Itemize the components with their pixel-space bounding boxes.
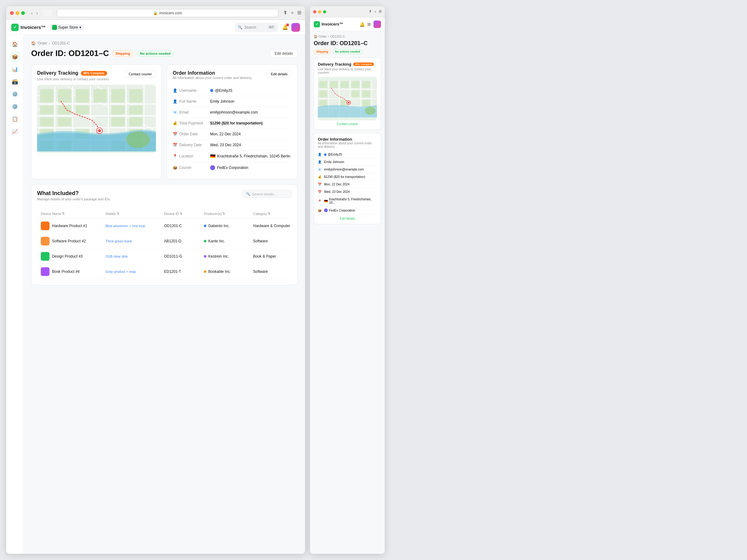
producer-dot-4 xyxy=(204,270,206,273)
header-icons: 🔔 xyxy=(282,23,300,32)
breadcrumb: 🏠 Order › OD1201-C xyxy=(31,41,298,46)
category-cell-3: Book & Paper xyxy=(253,254,303,259)
side-delivery-map xyxy=(318,77,377,121)
details-cell-1: Blue aluminum + one loop xyxy=(105,224,161,228)
breadcrumb-parent[interactable]: Order xyxy=(38,41,47,46)
minimize-button[interactable] xyxy=(16,11,19,15)
calendar-icon: 📅 xyxy=(173,132,177,136)
sidebar-item-reports[interactable]: 📋 xyxy=(9,113,21,125)
germany-flag: 🇩🇪 xyxy=(210,154,215,159)
grid-icon[interactable]: ⊞ xyxy=(297,10,301,16)
table-row: Book Product #4 Gray product + map ED120… xyxy=(37,264,292,279)
url-bar[interactable]: 🔒 invoicers.com xyxy=(57,9,278,17)
side-grid-icon[interactable]: ⊞ xyxy=(379,9,382,14)
email-icon: 📧 xyxy=(173,110,177,114)
close-button[interactable] xyxy=(10,11,14,15)
product-icon-2 xyxy=(41,237,50,245)
logo-text: Invoicers™ xyxy=(21,25,46,30)
side-info-row-delivery-date: 📅 Wed, 23 Dec 2024 xyxy=(318,188,377,196)
search-details-input[interactable]: 🔍 Search details... xyxy=(242,190,292,198)
col-device-name[interactable]: Device Name ⇅ xyxy=(41,212,103,216)
search-bar[interactable]: 🔍 Search ⌘F xyxy=(235,23,278,32)
fullscreen-button[interactable] xyxy=(21,11,25,15)
search-icon: 🔍 xyxy=(238,25,242,30)
side-breadcrumb-parent[interactable]: Order xyxy=(319,35,327,38)
user-icon: 👤 xyxy=(173,88,177,93)
store-selector[interactable]: Super Store ▾ xyxy=(50,24,84,31)
side-bell-icon[interactable]: 🔔 xyxy=(360,22,365,27)
sidebar-item-packages[interactable]: 📦 xyxy=(9,51,21,62)
producer-cell-1: Gabento Inc. xyxy=(204,224,251,228)
sidebar-item-home[interactable]: 🏠 xyxy=(9,38,21,50)
side-breadcrumb-sep: › xyxy=(328,35,329,38)
svg-point-38 xyxy=(98,129,101,132)
svg-rect-40 xyxy=(41,221,50,230)
info-row-username: 👤 Username @EmilyJS xyxy=(173,85,292,96)
share-icon[interactable]: ⬆ xyxy=(283,10,287,16)
svg-rect-29 xyxy=(129,117,143,126)
new-tab-icon[interactable]: ＋ xyxy=(290,10,295,16)
forward-button[interactable]: › xyxy=(35,10,39,16)
svg-rect-16 xyxy=(58,89,71,103)
side-contact-courier-link[interactable]: Contact courier xyxy=(318,122,377,126)
bell-icon[interactable]: 🔔 xyxy=(282,24,288,30)
back-button[interactable]: ‹ xyxy=(30,10,34,16)
side-minimize-button[interactable] xyxy=(318,10,321,14)
info-value-username: @EmilyJS xyxy=(210,88,292,93)
col-category[interactable]: Category ⇅ xyxy=(253,212,303,216)
actions-badge: No actions needed xyxy=(137,50,174,57)
product-icon-3 xyxy=(41,252,50,261)
side-shipping-badge: Shipping xyxy=(314,49,331,54)
search-shortcut: ⌘F xyxy=(268,25,275,29)
side-grid-apps-icon[interactable]: ⊞ xyxy=(367,22,371,27)
page-title: Order ID: OD1201–C xyxy=(31,49,109,58)
side-logo-icon: ✓ xyxy=(314,21,320,27)
order-info-edit-button[interactable]: Edit details xyxy=(267,70,292,78)
info-row-email: 📧 Email emilyjohnson@example.com xyxy=(173,107,292,118)
side-order-info-subtitle: All information about your current order… xyxy=(318,141,377,149)
search-details-icon: 🔍 xyxy=(246,192,250,196)
col-details[interactable]: Details ⇅ xyxy=(105,212,161,216)
info-row-payment: 💰 Total Payment $1290 ($20 for transport… xyxy=(173,118,292,129)
payment-icon: 💰 xyxy=(173,121,177,125)
side-share-icon[interactable]: ⬆ xyxy=(369,9,371,14)
side-header-icons: 🔔 ⊞ xyxy=(360,21,381,28)
sidebar-item-inventory[interactable]: 🗃️ xyxy=(9,76,21,87)
chevron-down-icon: ▾ xyxy=(79,25,81,30)
logo-icon: ✓ xyxy=(11,24,19,31)
side-actions-badge: No actions needed xyxy=(333,49,363,54)
what-included-title: What Included? xyxy=(37,190,110,196)
side-delivery-tracking-header: Delivery Tracking 80% Complete xyxy=(318,62,377,66)
search-details-placeholder: Search details... xyxy=(252,192,277,196)
side-fullscreen-button[interactable] xyxy=(323,10,326,14)
svg-rect-24 xyxy=(111,105,125,114)
browser-titlebar: ‹ › 🔒 invoicers.com ⬆ ＋ ⊞ xyxy=(6,6,305,20)
side-close-button[interactable] xyxy=(313,10,316,14)
url-text: invoicers.com xyxy=(159,11,182,15)
side-info-row-courier: 📦 FedEx Corporation xyxy=(318,207,377,214)
side-delivery-title: Delivery Tracking xyxy=(318,62,352,66)
edit-details-button[interactable]: Edit details xyxy=(270,49,298,58)
col-producers[interactable]: Producer(s) ⇅ xyxy=(204,212,251,216)
side-germany-flag: 🇩🇪 xyxy=(324,199,328,203)
contact-courier-button[interactable]: Contact courier xyxy=(125,70,156,78)
col-device-id[interactable]: Device ID ⇅ xyxy=(164,212,201,216)
info-row-delivery-date: 📅 Delivery Date Wed, 23 Dec 2024 xyxy=(173,140,292,151)
side-plus-icon[interactable]: ＋ xyxy=(374,9,377,14)
producer-dot-1 xyxy=(204,224,206,227)
sidebar-item-settings-alt[interactable]: ⚙️ xyxy=(9,101,21,112)
side-user-avatar[interactable] xyxy=(374,21,381,28)
sidebar-item-settings-gear[interactable]: ⚙️ xyxy=(9,88,21,100)
svg-rect-26 xyxy=(40,117,54,126)
app-body: 🏠 📦 📊 🗃️ ⚙️ ⚙️ 📋 📈 🏠 Order › OD1201-C xyxy=(6,35,305,554)
user-dot xyxy=(210,89,213,92)
side-edit-details-link[interactable]: Edit details xyxy=(318,217,377,220)
side-user-icon: 👤 xyxy=(318,153,322,156)
producer-cell-4: Bookable Inc. xyxy=(204,269,251,274)
device-id-cell-1: OD1201-C xyxy=(164,224,201,228)
app-header: ✓ Invoicers™ Super Store ▾ 🔍 Search ⌘F 🔔 xyxy=(6,20,305,35)
what-included-card: What Included? Manage details of your or… xyxy=(31,184,298,285)
sidebar-item-charts[interactable]: 📈 xyxy=(9,126,21,137)
user-avatar[interactable] xyxy=(291,23,300,32)
sidebar-item-analytics[interactable]: 📊 xyxy=(9,63,21,75)
